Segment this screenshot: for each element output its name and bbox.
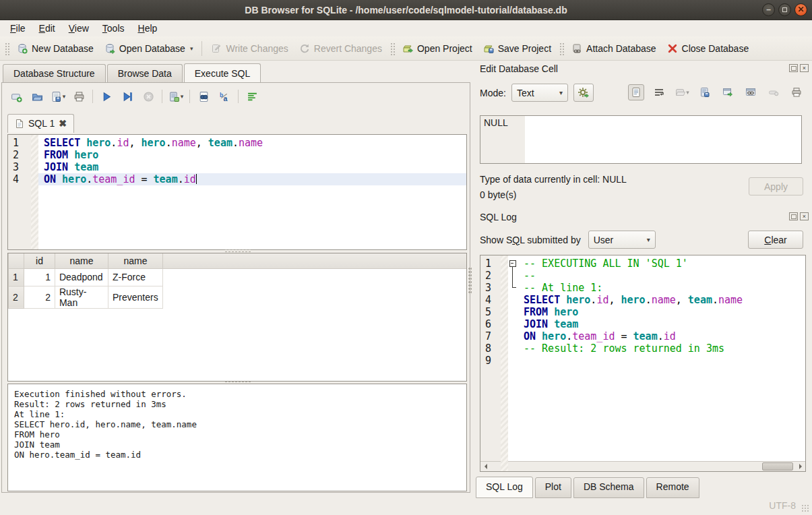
close-dock-icon[interactable]: × [800, 64, 809, 72]
chevron-down-icon[interactable]: ▾ [181, 93, 184, 100]
minimize-button[interactable]: – [762, 3, 775, 16]
window-title: DB Browser for SQLite - /home/user/code/… [245, 5, 567, 16]
scrollbar-thumb[interactable] [762, 462, 793, 471]
row-header[interactable]: 2 [9, 286, 24, 308]
table-cell[interactable]: Rusty-Man [55, 286, 108, 308]
execute-current-line-button[interactable] [120, 89, 135, 104]
new-database-button[interactable]: New Database [11, 40, 99, 57]
export-to-file-button[interactable] [697, 84, 713, 100]
scroll-right-icon[interactable] [795, 462, 805, 471]
sql-doc-tab[interactable]: SQL 1 ✖ [7, 114, 74, 133]
mode-combobox[interactable]: Text ▾ [511, 84, 568, 102]
attach-database-button[interactable]: Attach Database [566, 40, 662, 57]
project-save-icon [483, 43, 494, 54]
print-cell-button[interactable] [788, 84, 805, 100]
text-cursor [196, 174, 197, 184]
scroll-left-icon[interactable] [480, 462, 491, 471]
play-line-icon [122, 91, 133, 102]
ext-link-icon [745, 87, 756, 98]
resize-grip[interactable] [801, 504, 810, 513]
tab-database-structure[interactable]: Database Structure [3, 64, 106, 82]
maximize-button[interactable] [778, 3, 791, 16]
column-header-name[interactable]: name [55, 253, 108, 268]
replace-in-sql-button[interactable]: ba [217, 89, 232, 104]
menu-edit[interactable]: Edit [32, 21, 62, 36]
dock-tab-remote[interactable]: Remote [646, 477, 699, 498]
text-mode-button[interactable] [628, 84, 644, 100]
open-project-button[interactable]: Open Project [397, 40, 478, 57]
table-cell[interactable]: Z-Force [108, 268, 162, 286]
dock-tab-db-schema[interactable]: DB Schema [573, 477, 644, 498]
set-null-button[interactable] [766, 84, 782, 100]
close-sql-tab-icon[interactable]: ✖ [59, 119, 67, 127]
line-number: 2 [480, 270, 501, 282]
save-sql-file-button[interactable]: ▾ [51, 89, 65, 104]
save-project-button[interactable]: Save Project [478, 40, 557, 57]
fold-marker[interactable] [508, 258, 518, 270]
close-database-button[interactable]: Close Database [662, 40, 755, 57]
table-row[interactable]: 11DeadpondZ-Force [9, 268, 467, 286]
cell-value-editor[interactable]: NULL [480, 115, 802, 164]
column-header-id[interactable]: id [24, 253, 55, 268]
revert-changes-button[interactable]: Revert Changes [294, 40, 387, 57]
new-sql-tab-button[interactable] [9, 89, 24, 104]
execute-all-button[interactable] [99, 89, 114, 104]
sql-editor[interactable]: 1SELECT hero.id, hero.name, team.name2FR… [7, 134, 467, 250]
close-database-label: Close Database [682, 43, 749, 54]
dock-tab-plot[interactable]: Plot [535, 477, 571, 498]
line-number: 3 [8, 161, 31, 173]
chevron-down-icon[interactable]: ▾ [190, 45, 193, 52]
menu-view[interactable]: View [62, 21, 96, 36]
line-number: 5 [480, 306, 501, 318]
dock-tab-bar: SQL LogPlotDB SchemaRemote [476, 477, 701, 498]
menu-file[interactable]: File [3, 21, 32, 36]
sql-log-view[interactable]: 1-- EXECUTING ALL IN 'SQL 1'2--3-- At li… [480, 255, 806, 472]
print-sql-button[interactable] [71, 89, 86, 104]
table-cell[interactable]: 1 [24, 268, 55, 286]
open-in-external-button[interactable] [720, 84, 736, 100]
mode-value: Text [517, 88, 534, 98]
table-cell[interactable]: Deadpond [55, 268, 108, 286]
submitted-by-combobox[interactable]: User ▾ [588, 231, 656, 249]
word-wrap-button[interactable] [651, 84, 667, 100]
table-row[interactable]: 22Rusty-ManPreventers [9, 286, 467, 308]
line-number: 6 [480, 318, 501, 330]
toolbar-separator [92, 90, 93, 103]
apply-button[interactable]: Apply [749, 177, 803, 195]
find-in-sql-button[interactable] [196, 89, 211, 104]
tab-execute-sql[interactable]: Execute SQL [184, 63, 261, 82]
row-header[interactable]: 1 [9, 268, 24, 286]
write-changes-button[interactable]: Write Changes [206, 40, 293, 57]
splitter-main[interactable] [468, 267, 472, 294]
toolbar-drag-handle[interactable] [389, 42, 395, 55]
float-dock-icon[interactable] [789, 212, 798, 220]
corner-header[interactable] [9, 253, 24, 268]
stop-execution-button[interactable] [141, 89, 156, 104]
clear-log-button[interactable]: Clear [748, 231, 803, 249]
table-cell[interactable]: 2 [24, 286, 55, 308]
tab-browse-data[interactable]: Browse Data [107, 64, 183, 82]
save-results-button[interactable]: ▾ [168, 89, 183, 104]
doc-text-icon [631, 87, 642, 98]
close-button[interactable]: ✕ [794, 3, 807, 16]
table-cell[interactable]: Preventers [108, 286, 162, 308]
column-header-name[interactable]: name [108, 253, 162, 268]
submitted-by-value: User [594, 235, 614, 245]
float-dock-icon[interactable] [789, 64, 798, 72]
toolbar-drag-handle[interactable] [559, 42, 564, 55]
auto-apply-button[interactable] [573, 84, 594, 102]
toolbar-separator [238, 90, 239, 103]
open-database-button[interactable]: Open Database▾ [99, 40, 199, 57]
splitter-editor-results[interactable] [224, 249, 251, 252]
open-url-button[interactable] [743, 84, 759, 100]
format-sql-button[interactable] [245, 89, 259, 104]
chevron-down-icon[interactable]: ▾ [63, 93, 66, 100]
dock-tab-sql-log[interactable]: SQL Log [476, 477, 533, 498]
menu-tools[interactable]: Tools [96, 21, 131, 36]
close-dock-icon[interactable]: × [800, 212, 809, 220]
toolbar-drag-handle[interactable] [4, 42, 9, 55]
import-from-file-button[interactable]: ▾ [674, 84, 690, 100]
horizontal-scrollbar[interactable] [480, 461, 805, 471]
open-sql-file-button[interactable] [30, 89, 44, 104]
menu-help[interactable]: Help [131, 21, 164, 36]
